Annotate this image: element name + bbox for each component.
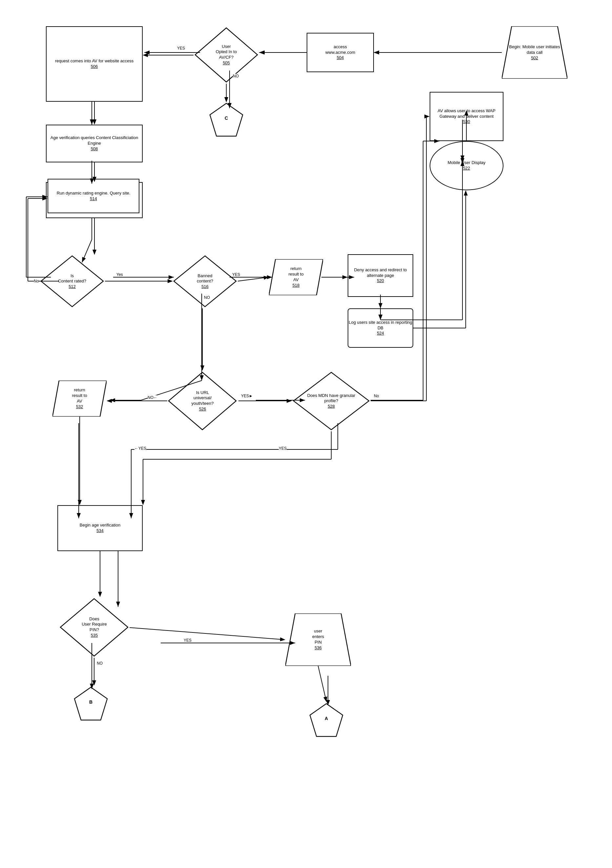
node-520-label: Deny access and redirect to alternate pa… [348, 267, 412, 284]
node-502: Begin: Mobile user initiates data call 5… [502, 26, 567, 79]
node-536-label: userentersPIN536 [292, 629, 344, 651]
svg-line-84 [318, 666, 326, 701]
node-524-label: Log users site access in reporting DB524 [348, 320, 412, 336]
node-528-label: Does MDN have granular profile?528 [300, 393, 363, 409]
node-535-label: DoesUser RequirePIN?535 [66, 616, 122, 639]
diagram: Begin: Mobile user initiates data call 5… [0, 0, 612, 868]
node-512: IsContent rated?512 [39, 254, 105, 308]
node-505: UserOpted In toAV/CF?505 [194, 26, 259, 84]
node-504: accesswww.acme.com504 [307, 33, 374, 72]
node-504-label: accesswww.acme.com504 [325, 44, 355, 61]
node-512-label: IsContent rated?512 [46, 273, 98, 290]
node-518: returnresult toAV518 [269, 259, 323, 295]
node-508-label: Age verification queries Content Classif… [46, 135, 142, 152]
node-B-label: B [89, 699, 93, 705]
label-yes-534: ←YES [135, 446, 146, 451]
node-532-label: returnresult toAV532 [58, 388, 101, 410]
label-no-505: NO [233, 74, 239, 78]
label-yes-528: YES [279, 446, 287, 451]
node-505-label: UserOpted In toAV/CF?505 [200, 44, 253, 66]
node-530: AV allows user to access WAP Gateway and… [430, 92, 504, 141]
label-yes-516: YES [232, 272, 240, 277]
label-no-516: NO [204, 295, 210, 300]
svg-line-64 [238, 277, 268, 281]
label-no-535: NO [97, 661, 103, 666]
node-502-label: Begin: Mobile user initiates data call 5… [508, 44, 561, 61]
node-516-label: Bannedcontent?516 [179, 273, 231, 290]
node-526: Is URLuniversal/youth/teen?526 [167, 371, 238, 431]
node-524: Log users site access in reporting DB524 [348, 308, 413, 348]
node-535: DoesUser RequirePIN?535 [59, 597, 130, 658]
node-A-label: A [325, 715, 328, 721]
node-514-label: Run dynamic rating engine. Query site.51… [57, 191, 130, 202]
node-A: A [308, 702, 344, 738]
label-no-526: NO← [147, 395, 157, 400]
label-yes-505: YES [177, 46, 185, 51]
node-520: Deny access and redirect to alternate pa… [348, 254, 413, 297]
node-534-label: Begin age verification534 [80, 522, 120, 534]
label-yes-526: YES► [241, 394, 253, 398]
node-522: Mobile User Display522 [430, 141, 504, 190]
label-no-528: No [374, 394, 379, 398]
node-C-label: C [225, 115, 228, 121]
label-yes-512: Yes [116, 272, 123, 277]
node-518-label: returnresult toAV518 [274, 266, 318, 288]
node-536: userentersPIN536 [285, 614, 351, 666]
node-506: request comes into AV for website access… [46, 26, 143, 102]
node-526-label: Is URLuniversal/youth/teen?526 [175, 390, 231, 412]
node-528: Does MDN have granular profile?528 [292, 371, 370, 431]
label-yes-535: YES [184, 638, 192, 643]
node-534: Begin age verification534 [57, 505, 143, 551]
node-B: B [73, 686, 109, 722]
svg-line-83 [130, 628, 285, 640]
node-522-label: Mobile User Display522 [448, 160, 486, 171]
node-508: Age verification queries Content Classif… [46, 125, 143, 163]
node-530-label: AV allows user to access WAP Gateway and… [430, 108, 503, 125]
node-506-label: request comes into AV for website access… [55, 58, 134, 70]
node-532: returnresult toAV532 [53, 381, 107, 417]
label-no-512: No [34, 279, 39, 284]
node-514: Run dynamic rating engine. Query site.51… [48, 179, 139, 213]
node-C: C [208, 102, 244, 138]
node-516: Bannedcontent?516 [172, 254, 238, 308]
